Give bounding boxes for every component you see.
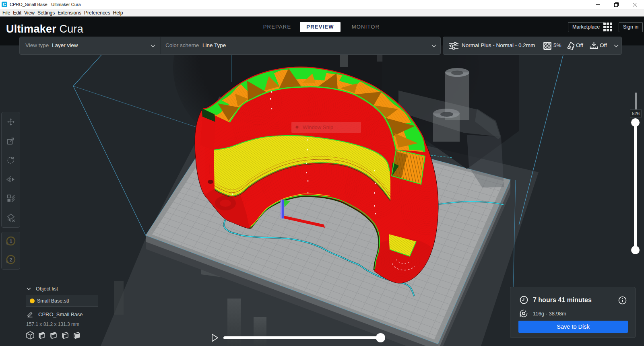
info-icon[interactable] — [618, 296, 627, 305]
save-to-disk-button[interactable]: Save to Disk — [518, 321, 628, 333]
adhesion-icon — [590, 42, 598, 50]
view-type-dropdown[interactable]: Layer view — [52, 42, 78, 48]
sliders-icon — [448, 42, 459, 50]
simulation-timeline — [207, 330, 392, 345]
view-3d-button[interactable] — [26, 331, 34, 340]
extruder-panel: 1 2 — [1, 232, 20, 270]
menubar: File Edit View Settings Extensions Prefe… — [0, 9, 644, 16]
tab-prepare[interactable]: PREPARE — [257, 22, 297, 32]
view-left-button[interactable] — [61, 331, 69, 340]
menu-settings[interactable]: Settings — [36, 10, 56, 16]
view-right-button[interactable] — [73, 331, 81, 340]
scale-tool-button[interactable] — [6, 136, 16, 146]
window-titlebar[interactable]: C CPRO_Small Base - Ultimaker Cura — [0, 0, 644, 9]
menu-extensions[interactable]: Extensions — [56, 10, 83, 16]
color-scheme-dropdown[interactable]: Line Type — [202, 42, 226, 48]
infill-value: 5% — [553, 42, 561, 48]
snip-ghost-label: Window Snip — [303, 124, 333, 130]
print-time-estimate: 7 hours 41 minutes — [533, 297, 592, 304]
close-button[interactable] — [625, 0, 644, 9]
infill-icon — [543, 42, 551, 50]
menu-view[interactable]: View — [23, 10, 36, 16]
object-list-item[interactable]: Small Base.stl — [26, 295, 98, 307]
view-options-toolbar: View type Layer view Color scheme Line T… — [19, 37, 441, 55]
object-list-header[interactable]: Object list — [19, 285, 124, 292]
svg-text:1: 1 — [9, 238, 12, 244]
svg-text:2: 2 — [9, 257, 12, 263]
menu-help[interactable]: Help — [111, 10, 124, 16]
object-item-name: Small Base.stl — [37, 298, 69, 304]
model-dimensions: 157.1 x 81.2 x 131.3 mm — [26, 321, 124, 327]
app-logo: Ultimaker Cura — [6, 23, 83, 35]
project-name[interactable]: CPRO_Small Base — [38, 311, 83, 317]
tab-monitor[interactable]: MONITOR — [345, 22, 386, 32]
marketplace-button[interactable]: Marketplace — [568, 22, 604, 32]
print-settings-bar[interactable]: Normal Plus - Normal - 0.2mm 5% Off Off — [443, 37, 622, 55]
cura-app-icon: C — [2, 2, 7, 7]
menu-edit[interactable]: Edit — [12, 10, 23, 16]
chevron-down-icon — [27, 287, 31, 290]
chevron-down-icon[interactable] — [431, 44, 436, 47]
tool-panel — [1, 112, 20, 228]
window-title: CPRO_Small Base - Ultimaker Cura — [10, 2, 81, 7]
layer-slider-track[interactable] — [634, 122, 637, 250]
object-list-panel: Object list Small Base.stl CPRO_Small Ba… — [19, 285, 124, 340]
layer-slider-top-handle[interactable] — [631, 118, 640, 127]
adhesion-value: Off — [600, 42, 607, 48]
mirror-tool-button[interactable] — [6, 175, 16, 184]
clock-icon — [520, 296, 528, 304]
restore-button[interactable] — [607, 0, 625, 9]
cura-window: Window Snip C CPRO_Small Base - Ultimake… — [0, 0, 644, 346]
minimize-button[interactable] — [588, 0, 607, 9]
layer-number-badge: 526 — [630, 109, 642, 117]
material-usage-estimate: 116g · 38.98m — [533, 311, 566, 317]
material-spool-icon — [520, 309, 528, 318]
chevron-down-icon[interactable] — [151, 44, 155, 47]
chevron-down-icon[interactable] — [614, 44, 619, 47]
tab-preview[interactable]: PREVIEW — [300, 22, 341, 32]
print-stats-panel: 7 hours 41 minutes 116g · 38.98m Save to… — [510, 287, 636, 338]
move-tool-button[interactable] — [6, 117, 16, 127]
rename-pencil-icon[interactable] — [27, 311, 33, 317]
layer-slider: 526 — [628, 55, 644, 280]
layer-slider-bottom-handle[interactable] — [631, 246, 640, 254]
rotate-tool-button[interactable] — [6, 155, 16, 165]
extruder-2-button[interactable]: 2 — [5, 254, 17, 266]
support-value: Off — [576, 42, 583, 48]
per-model-settings-button[interactable] — [6, 194, 16, 203]
apps-grid-icon[interactable] — [603, 23, 613, 32]
extruder-color-dot — [30, 299, 35, 303]
timeline-track[interactable] — [223, 336, 382, 339]
sign-in-button[interactable]: Sign in — [619, 22, 643, 32]
timeline-handle[interactable] — [376, 333, 385, 342]
snip-ghost-overlay: Window Snip — [291, 122, 361, 133]
extruder-1-button[interactable]: 1 — [5, 236, 17, 247]
view-top-button[interactable] — [50, 331, 58, 340]
view-type-label: View type — [25, 42, 49, 48]
support-icon — [566, 41, 575, 50]
menu-preferences[interactable]: Preferences — [83, 10, 111, 16]
view-front-button[interactable] — [38, 331, 46, 340]
print-profile-value: Normal Plus - Normal - 0.2mm — [462, 42, 535, 48]
menu-file[interactable]: File — [1, 10, 12, 16]
play-button[interactable] — [211, 334, 219, 342]
object-list-title: Object list — [36, 286, 58, 292]
color-scheme-label: Color scheme — [165, 42, 199, 48]
support-blocker-button[interactable] — [6, 213, 16, 222]
